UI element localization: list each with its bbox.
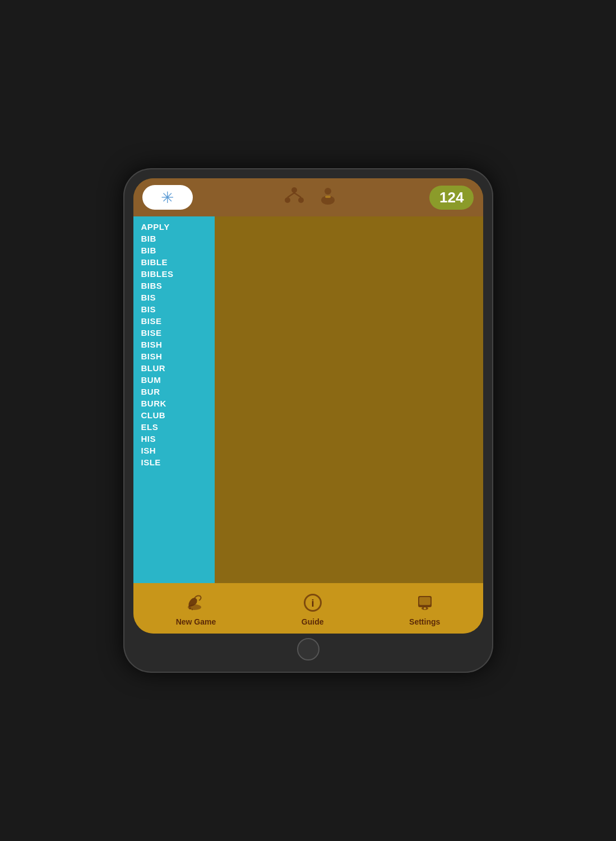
- svg-point-17: [424, 607, 426, 609]
- guide-button[interactable]: i Guide: [302, 590, 324, 626]
- snowflake-button[interactable]: ✳: [142, 185, 193, 210]
- guide-label: Guide: [302, 617, 324, 626]
- settings-icon: [414, 590, 436, 615]
- word-item: BUM: [133, 374, 215, 386]
- device-frame: ✳: [123, 168, 493, 673]
- new-game-icon: [184, 590, 207, 615]
- svg-point-2: [298, 197, 304, 203]
- settings-label: Settings: [409, 617, 440, 626]
- word-item: BLUR: [133, 362, 215, 374]
- home-button[interactable]: [297, 638, 319, 660]
- word-item: BIB: [133, 233, 215, 244]
- network-icon[interactable]: [284, 186, 304, 210]
- word-item: BUR: [133, 386, 215, 398]
- settings-button[interactable]: Settings: [409, 590, 440, 626]
- svg-point-1: [285, 197, 290, 203]
- word-item: BISE: [133, 315, 215, 327]
- new-game-label: New Game: [176, 617, 216, 626]
- svg-point-0: [291, 187, 297, 193]
- svg-text:i: i: [311, 598, 314, 609]
- word-list: APPLYBIBBIBBIBLEBIBLESBIBSBISBISBISEBISE…: [133, 216, 215, 583]
- svg-rect-15: [419, 597, 430, 605]
- person-icon[interactable]: [318, 186, 338, 209]
- word-item: BIBLES: [133, 268, 215, 280]
- app-container: ✳: [133, 178, 483, 634]
- bottom-bar: New Game i Guide: [133, 583, 483, 634]
- main-content: APPLYBIBBIBBIBLEBIBLESBIBSBISBISBISEBISE…: [133, 216, 483, 583]
- word-item: HIS: [133, 433, 215, 445]
- guide-icon: i: [302, 590, 324, 615]
- word-item: BIB: [133, 244, 215, 256]
- svg-line-4: [294, 193, 301, 197]
- svg-rect-7: [325, 196, 331, 198]
- word-item: ISH: [133, 445, 215, 456]
- svg-point-10: [192, 609, 193, 611]
- word-item: BIBS: [133, 280, 215, 292]
- svg-point-9: [189, 607, 191, 609]
- new-game-button[interactable]: New Game: [176, 590, 216, 626]
- word-item: BIBLE: [133, 256, 215, 268]
- word-item: BISH: [133, 339, 215, 350]
- word-item: BIS: [133, 303, 215, 315]
- word-item: APPLY: [133, 221, 215, 233]
- word-item: BISH: [133, 350, 215, 362]
- word-item: BIS: [133, 292, 215, 303]
- word-item: CLUB: [133, 409, 215, 421]
- svg-point-5: [325, 188, 331, 195]
- game-board-container[interactable]: MOPOWLAAPBSELPIHMYBUILRCK: [215, 216, 483, 583]
- word-item: ISLE: [133, 456, 215, 468]
- top-bar: ✳: [133, 178, 483, 216]
- svg-line-3: [288, 193, 294, 197]
- word-item: ELS: [133, 421, 215, 433]
- score-display: 124: [429, 186, 474, 210]
- word-item: BISE: [133, 327, 215, 339]
- word-item: BURK: [133, 398, 215, 409]
